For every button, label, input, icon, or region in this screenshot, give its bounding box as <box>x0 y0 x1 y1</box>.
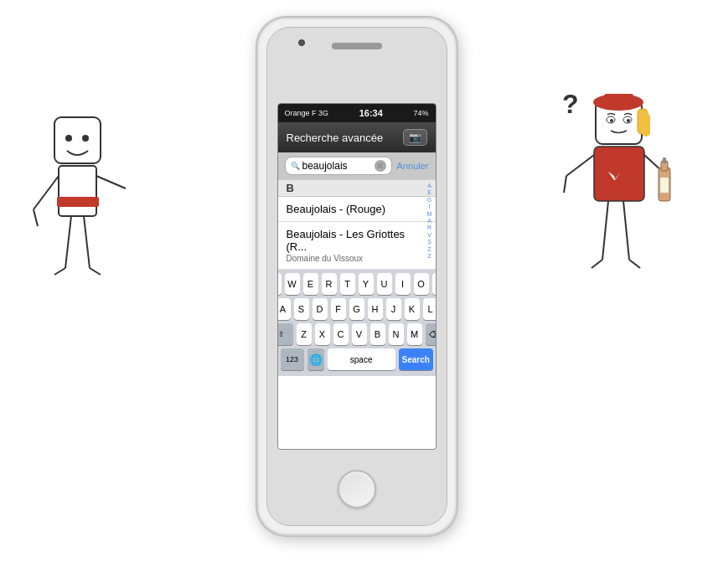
cartoon-right: ? <box>545 84 688 369</box>
svg-line-9 <box>84 216 90 268</box>
key-space[interactable]: space <box>328 348 395 370</box>
svg-rect-21 <box>642 113 650 137</box>
result-subtitle-2: Domaine du Vissoux <box>287 254 427 263</box>
svg-line-30 <box>602 201 608 260</box>
key-p[interactable]: P <box>432 273 437 295</box>
key-globe[interactable]: 🌐 <box>307 348 324 370</box>
svg-text:?: ? <box>562 89 579 119</box>
svg-line-10 <box>54 268 65 275</box>
svg-rect-0 <box>54 117 101 163</box>
key-numbers[interactable]: 123 <box>281 348 304 370</box>
status-bar: Orange F 3G 16:34 74% <box>278 104 436 122</box>
alpha-letter[interactable]: S <box>426 239 434 245</box>
search-input-wrap[interactable]: 🔍 beaujolais ✕ <box>285 157 392 175</box>
alpha-letter[interactable]: V <box>426 232 434 239</box>
key-r[interactable]: R <box>322 273 337 295</box>
result-title-2: Beaujolais - Les Griottes (R... <box>287 228 427 253</box>
key-m[interactable]: M <box>407 323 422 345</box>
key-y[interactable]: Y <box>359 273 374 295</box>
alpha-letter[interactable]: Z <box>426 246 434 253</box>
alpha-letter[interactable]: A <box>426 183 434 189</box>
key-t[interactable]: T <box>340 273 355 295</box>
results-area: B Beaujolais - (Rouge) Beaujolais - Les … <box>278 179 436 270</box>
camera-button[interactable]: 📷 <box>403 129 427 146</box>
nav-bar: Recherche avancée 📷 <box>278 122 436 152</box>
svg-rect-4 <box>57 197 99 207</box>
status-time: 16:34 <box>359 108 383 118</box>
result-item-1[interactable]: Beaujolais - (Rouge) <box>278 197 436 222</box>
search-bar-container: 🔍 beaujolais ✕ Annuler <box>278 152 436 179</box>
svg-line-7 <box>96 176 126 188</box>
key-c[interactable]: C <box>333 323 349 345</box>
search-cancel-button[interactable]: Annuler <box>397 161 429 171</box>
alpha-letter[interactable]: G <box>426 197 434 204</box>
result-item-2[interactable]: Beaujolais - Les Griottes (R... Domaine … <box>278 222 436 270</box>
key-x[interactable]: X <box>315 323 330 345</box>
search-icon: 🔍 <box>291 162 300 170</box>
svg-line-32 <box>592 260 602 268</box>
svg-point-2 <box>82 135 89 142</box>
key-shift[interactable]: ⇧ <box>277 323 293 345</box>
svg-line-23 <box>566 155 594 176</box>
key-l[interactable]: L <box>423 298 437 320</box>
key-j[interactable]: J <box>386 298 401 320</box>
svg-line-5 <box>34 176 59 209</box>
key-u[interactable]: U <box>377 273 392 295</box>
key-h[interactable]: H <box>368 298 383 320</box>
alphabet-index[interactable]: AEGIMARVSZZ <box>426 179 434 270</box>
key-s[interactable]: S <box>294 298 309 320</box>
alpha-letter[interactable]: A <box>426 218 434 224</box>
key-o[interactable]: O <box>414 273 429 295</box>
section-header-b: B <box>278 179 436 197</box>
svg-line-6 <box>34 209 38 226</box>
svg-line-31 <box>623 201 629 260</box>
key-g[interactable]: G <box>349 298 364 320</box>
alpha-letter[interactable]: E <box>426 189 434 196</box>
search-input[interactable]: beaujolais <box>302 160 375 172</box>
svg-line-11 <box>90 268 101 275</box>
home-button[interactable] <box>338 470 376 508</box>
keyboard: Q W E R T Y U I O P A S D F G <box>278 270 436 376</box>
svg-line-33 <box>629 260 640 268</box>
search-clear-button[interactable]: ✕ <box>375 160 386 172</box>
cartoon-left <box>25 109 134 377</box>
alpha-letter[interactable]: R <box>426 224 434 231</box>
status-battery: 74% <box>413 109 428 117</box>
key-e[interactable]: E <box>303 273 318 295</box>
svg-rect-15 <box>604 94 633 106</box>
speaker-bar <box>332 43 382 49</box>
key-w[interactable]: W <box>285 273 300 295</box>
keyboard-row-1: Q W E R T Y U I O P <box>281 273 433 295</box>
iphone-screen: Orange F 3G 16:34 74% Recherche avancée … <box>277 103 437 450</box>
svg-point-1 <box>65 135 72 142</box>
keyboard-row-3: ⇧ Z X C V B N M ⌫ <box>281 323 433 345</box>
key-f[interactable]: F <box>331 298 346 320</box>
key-n[interactable]: N <box>389 323 404 345</box>
svg-rect-29 <box>660 178 669 193</box>
key-backspace[interactable]: ⌫ <box>426 323 437 345</box>
svg-line-24 <box>564 176 566 193</box>
svg-point-19 <box>627 119 630 122</box>
svg-rect-28 <box>663 157 666 163</box>
key-z[interactable]: Z <box>297 323 312 345</box>
result-title-1: Beaujolais - (Rouge) <box>287 203 427 215</box>
key-v[interactable]: V <box>352 323 367 345</box>
carrier-signal: Orange F 3G <box>285 109 329 117</box>
key-k[interactable]: K <box>405 298 420 320</box>
alpha-letter[interactable]: M <box>426 211 434 218</box>
svg-rect-3 <box>59 166 96 216</box>
svg-point-18 <box>610 119 613 122</box>
key-i[interactable]: I <box>395 273 411 295</box>
nav-title: Recherche avancée <box>287 132 384 144</box>
keyboard-row-2: A S D F G H J K L <box>281 298 433 320</box>
key-search[interactable]: Search <box>399 348 433 370</box>
svg-line-8 <box>65 216 71 268</box>
alpha-letter[interactable]: Z <box>426 253 434 260</box>
key-b[interactable]: B <box>370 323 385 345</box>
key-a[interactable]: A <box>277 298 291 320</box>
key-d[interactable]: D <box>313 298 328 320</box>
keyboard-row-4: 123 🌐 space Search <box>281 348 433 370</box>
key-q[interactable]: Q <box>277 273 282 295</box>
camera-dot <box>298 39 305 46</box>
alpha-letter[interactable]: I <box>426 204 434 210</box>
